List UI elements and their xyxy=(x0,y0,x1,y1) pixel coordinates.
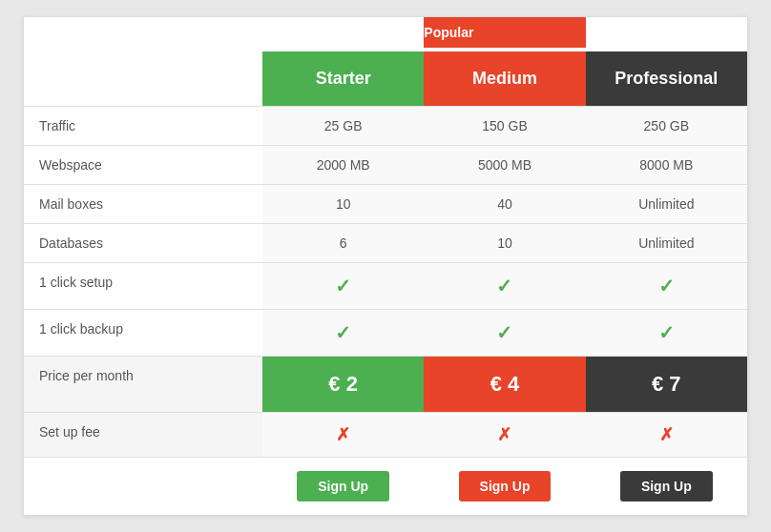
setup-fee-medium: ✗ xyxy=(424,413,585,457)
webspace-professional: 8000 MB xyxy=(586,146,747,184)
webspace-starter: 2000 MB xyxy=(262,146,424,184)
pricing-table: Popular Starter Medium Professional Traf… xyxy=(23,16,748,516)
starter-top-spacer xyxy=(262,17,424,51)
signup-button-starter[interactable]: Sign Up xyxy=(297,471,389,501)
webspace-row: Webspace 2000 MB 5000 MB 8000 MB xyxy=(24,145,747,184)
price-starter: € 2 xyxy=(262,357,424,412)
pro-top-spacer xyxy=(586,17,747,51)
setup-fee-label: Set up fee xyxy=(24,413,262,457)
starter-header: Starter xyxy=(262,51,424,106)
header-label-col xyxy=(24,51,262,106)
webspace-medium: 5000 MB xyxy=(424,146,585,184)
cross-icon: ✗ xyxy=(336,425,350,444)
plan-col-professional: Professional xyxy=(586,51,747,106)
plan-col-starter: Starter xyxy=(262,51,424,106)
signup-row: Sign Up Sign Up Sign Up xyxy=(24,457,747,515)
one-click-backup-label: 1 click backup xyxy=(24,310,262,356)
signup-cell-medium: Sign Up xyxy=(424,471,585,501)
setup-fee-starter: ✗ xyxy=(262,413,424,457)
price-label: Price per month xyxy=(24,357,262,412)
plan-col-medium: Medium xyxy=(424,51,585,106)
check-icon: ✓ xyxy=(658,322,675,343)
price-row: Price per month € 2 € 4 € 7 xyxy=(24,356,747,412)
backup-starter: ✓ xyxy=(262,310,424,356)
mailboxes-professional: Unlimited xyxy=(586,185,747,223)
check-icon: ✓ xyxy=(335,276,351,297)
setup-fee-row: Set up fee ✗ ✗ ✗ xyxy=(24,412,747,457)
check-icon: ✓ xyxy=(658,276,675,297)
mailboxes-starter: 10 xyxy=(262,185,424,223)
webspace-label: Webspace xyxy=(24,146,262,184)
setup-medium: ✓ xyxy=(424,263,585,309)
plan-header-row: Starter Medium Professional xyxy=(24,51,747,106)
signup-label-spacer xyxy=(24,471,262,501)
databases-starter: 6 xyxy=(262,224,424,262)
check-icon: ✓ xyxy=(496,322,512,343)
backup-professional: ✓ xyxy=(586,310,747,356)
signup-button-professional[interactable]: Sign Up xyxy=(620,471,713,501)
signup-cell-professional: Sign Up xyxy=(586,471,747,501)
cross-icon: ✗ xyxy=(659,425,674,444)
price-professional: € 7 xyxy=(586,357,747,412)
one-click-setup-row: 1 click setup ✓ ✓ ✓ xyxy=(24,262,747,309)
setup-fee-professional: ✗ xyxy=(586,413,747,457)
check-icon: ✓ xyxy=(496,276,512,297)
databases-row: Databases 6 10 Unlimited xyxy=(24,223,747,262)
popular-badge-row: Popular xyxy=(24,17,747,51)
header-label-spacer xyxy=(24,17,262,51)
setup-professional: ✓ xyxy=(586,263,747,309)
mailboxes-label: Mail boxes xyxy=(24,185,262,223)
traffic-label: Traffic xyxy=(24,107,262,145)
databases-label: Databases xyxy=(24,224,262,262)
databases-professional: Unlimited xyxy=(586,224,747,262)
cross-icon: ✗ xyxy=(497,425,511,444)
backup-medium: ✓ xyxy=(424,310,585,356)
traffic-professional: 250 GB xyxy=(586,107,747,145)
professional-header: Professional xyxy=(586,51,747,106)
setup-starter: ✓ xyxy=(262,263,424,309)
mailboxes-row: Mail boxes 10 40 Unlimited xyxy=(24,184,747,223)
databases-medium: 10 xyxy=(424,224,585,262)
signup-cell-starter: Sign Up xyxy=(262,471,424,501)
one-click-setup-label: 1 click setup xyxy=(24,263,262,309)
popular-badge-col: Popular xyxy=(424,17,585,51)
price-medium: € 4 xyxy=(424,357,585,412)
check-icon: ✓ xyxy=(335,322,351,343)
popular-badge: Popular xyxy=(424,17,585,48)
traffic-row: Traffic 25 GB 150 GB 250 GB xyxy=(24,106,747,145)
traffic-medium: 150 GB xyxy=(424,107,585,145)
traffic-starter: 25 GB xyxy=(262,107,424,145)
one-click-backup-row: 1 click backup ✓ ✓ ✓ xyxy=(24,309,747,356)
signup-button-medium[interactable]: Sign Up xyxy=(459,471,552,501)
medium-header: Medium xyxy=(424,51,585,106)
mailboxes-medium: 40 xyxy=(424,185,585,223)
